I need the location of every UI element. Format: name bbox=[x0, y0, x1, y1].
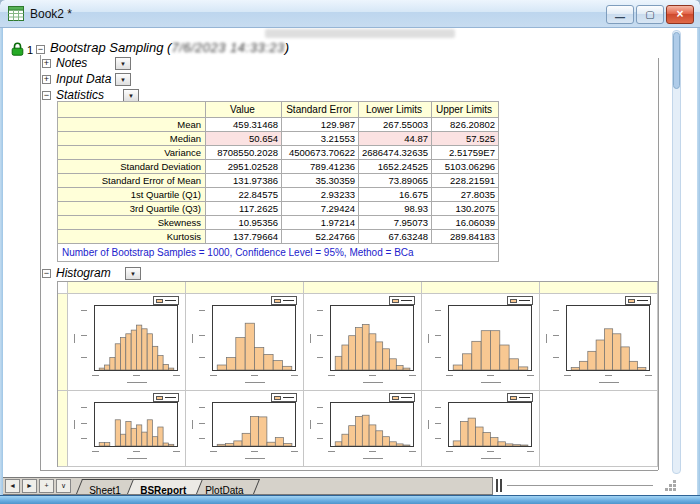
histogram-thumbnail-8[interactable] bbox=[304, 391, 422, 467]
plot-frame bbox=[212, 402, 296, 447]
histogram-thumbnail-9[interactable] bbox=[422, 391, 540, 467]
title-bar[interactable]: Book2 * — ▢ × bbox=[0, 0, 700, 28]
table-row: Skewness10.953561.972147.9507316.06039 bbox=[58, 216, 499, 230]
plot-frame bbox=[330, 305, 414, 371]
stat-value: 50.654 bbox=[206, 132, 282, 146]
minimize-button[interactable]: — bbox=[606, 5, 634, 24]
report-client-area: 1 − Bootstrap Sampling (7/6/2023 14:33:2… bbox=[3, 28, 697, 495]
section-label-notes: Notes bbox=[56, 56, 87, 70]
histogram-thumbnail-2[interactable] bbox=[186, 294, 304, 391]
stat-value: 130.2075 bbox=[432, 202, 499, 216]
histogram-collapse-box[interactable]: − bbox=[42, 269, 51, 278]
table-row: 1st Quartile (Q1)22.845752.9323316.67527… bbox=[58, 188, 499, 202]
grid-column-header bbox=[422, 282, 540, 294]
notes-collapse-box[interactable]: + bbox=[42, 59, 51, 68]
vertical-scrollbar-thumb[interactable] bbox=[673, 32, 680, 89]
tab-bsreport[interactable]: BSReport bbox=[127, 479, 203, 494]
plot-legend bbox=[153, 296, 179, 305]
plot-frame bbox=[448, 305, 532, 371]
stat-value: 137.79664 bbox=[206, 230, 282, 244]
stat-value: 35.30359 bbox=[282, 174, 359, 188]
stat-label: Standard Error of Mean bbox=[58, 174, 206, 188]
histogram-thumbnail-3[interactable] bbox=[304, 294, 422, 391]
plot-legend bbox=[389, 393, 415, 402]
stat-value: 2951.02528 bbox=[206, 160, 282, 174]
grid-column-header bbox=[304, 282, 422, 294]
table-row: Kurtosis137.7966452.2476667.63248289.841… bbox=[58, 230, 499, 244]
tab-nav-scroll-right-button[interactable]: ► bbox=[22, 479, 37, 493]
histogram-thumbnail-6[interactable] bbox=[68, 391, 186, 467]
horizontal-scrollbar[interactable] bbox=[507, 485, 653, 488]
legend-swatch-icon bbox=[510, 396, 517, 400]
input-data-collapse-box[interactable]: + bbox=[42, 75, 51, 84]
histogram-thumbnail-5[interactable] bbox=[540, 294, 658, 391]
table-row: Standard Error of Mean131.9738635.303597… bbox=[58, 174, 499, 188]
stat-value: 826.20802 bbox=[432, 118, 499, 132]
sheet-tab-bar: ◄►+∨Sheet1BSReportPlotData bbox=[3, 477, 493, 495]
stat-value: 1.97214 bbox=[282, 216, 359, 230]
tab-nav-sheet-list-button[interactable]: ∨ bbox=[56, 479, 71, 493]
grid-row-label bbox=[58, 391, 68, 467]
close-button[interactable]: × bbox=[666, 5, 694, 24]
tab-nav-add-sheet-button[interactable]: + bbox=[39, 479, 54, 493]
stat-label: Skewness bbox=[58, 216, 206, 230]
histogram-thumbnail-7[interactable] bbox=[186, 391, 304, 467]
maximize-button[interactable]: ▢ bbox=[636, 5, 664, 24]
root-collapse-box[interactable]: − bbox=[36, 45, 45, 54]
stat-value: 1652.24525 bbox=[359, 160, 432, 174]
table-row: Median50.6543.2155344.8757.525 bbox=[58, 132, 499, 146]
plot-legend bbox=[271, 393, 297, 402]
stat-value: 22.84575 bbox=[206, 188, 282, 202]
histogram-thumbnail-1[interactable] bbox=[68, 294, 186, 391]
plot-bars bbox=[331, 402, 414, 446]
stat-value: 73.89065 bbox=[359, 174, 432, 188]
plot-bars bbox=[449, 305, 532, 370]
stat-value: 98.93 bbox=[359, 202, 432, 216]
stat-value: 67.63248 bbox=[359, 230, 432, 244]
plot-legend bbox=[389, 296, 415, 305]
legend-swatch-icon bbox=[156, 396, 163, 400]
histogram-thumbnail-4[interactable] bbox=[422, 294, 540, 391]
plot-bars bbox=[331, 305, 414, 370]
plot-frame bbox=[94, 305, 178, 371]
plot-frame bbox=[330, 402, 414, 447]
notes-dropdown-button[interactable]: ▼ bbox=[115, 57, 131, 70]
grid-column-header bbox=[68, 282, 186, 294]
stat-value: 2.93233 bbox=[282, 188, 359, 202]
statistics-table: ValueStandard ErrorLower LimitsUpper Lim… bbox=[57, 101, 499, 262]
stat-label: 1st Quartile (Q1) bbox=[58, 188, 206, 202]
legend-swatch-icon bbox=[392, 396, 399, 400]
stat-value: 2686474.32635 bbox=[359, 146, 432, 160]
report-index: 1 bbox=[27, 44, 33, 56]
stat-value: 131.97386 bbox=[206, 174, 282, 188]
resize-grip[interactable] bbox=[663, 480, 679, 493]
input-data-dropdown-button[interactable]: ▼ bbox=[115, 73, 131, 86]
column-header: Standard Error bbox=[282, 102, 359, 118]
workbook-window: Book2 * — ▢ × 1 − Bootstrap Sampling (7/… bbox=[0, 0, 700, 504]
stat-value: 52.24766 bbox=[282, 230, 359, 244]
plot-bars bbox=[213, 402, 296, 446]
stat-label: Kurtosis bbox=[58, 230, 206, 244]
plot-legend bbox=[507, 393, 533, 402]
pane-splitter[interactable] bbox=[496, 479, 502, 492]
stat-value: 16.675 bbox=[359, 188, 432, 202]
plot-legend bbox=[625, 296, 651, 305]
stat-label: Variance bbox=[58, 146, 206, 160]
stat-value: 459.31468 bbox=[206, 118, 282, 132]
vertical-scrollbar[interactable] bbox=[672, 30, 681, 474]
section-label-statistics: Statistics bbox=[56, 88, 104, 102]
plot-bars bbox=[95, 305, 178, 370]
column-header: Upper Limits bbox=[432, 102, 499, 118]
stat-value: 7.29424 bbox=[282, 202, 359, 216]
plot-bars bbox=[213, 305, 296, 370]
column-header: Lower Limits bbox=[359, 102, 432, 118]
grid-column-header bbox=[540, 282, 658, 294]
tab-nav-scroll-left-button[interactable]: ◄ bbox=[5, 479, 20, 493]
panel-right-border bbox=[658, 58, 659, 470]
stat-value: 27.8035 bbox=[432, 188, 499, 202]
window-title: Book2 * bbox=[30, 7, 72, 21]
statistics-collapse-box[interactable]: − bbox=[42, 91, 51, 100]
report-title: Bootstrap Sampling (7/6/2023 14:33:23) bbox=[50, 40, 289, 55]
histogram-dropdown-button[interactable]: ▼ bbox=[125, 267, 141, 280]
workbook-icon bbox=[8, 6, 24, 21]
